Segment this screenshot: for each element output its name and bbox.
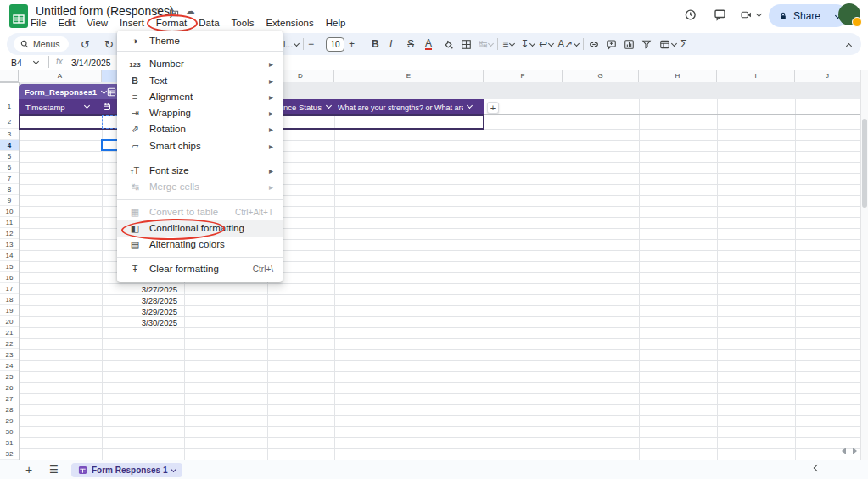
row-header-25[interactable]: 25 [0,371,19,382]
table-views-icon[interactable] [659,39,676,50]
borders-icon[interactable] [461,39,474,50]
row-header-5[interactable]: 5 [0,151,19,162]
cell-B18[interactable]: 3/28/2025 [102,296,177,305]
cell-B19[interactable]: 3/29/2025 [102,307,177,316]
row-header-19[interactable]: 19 [0,305,19,316]
search-menus-button[interactable]: Menus [14,36,69,52]
row-header-29[interactable]: 29 [0,415,19,426]
text-color-icon[interactable]: A [425,39,439,50]
strikethrough-icon[interactable]: S [407,39,421,49]
italic-icon[interactable]: I [389,39,403,49]
menubar-item-tools[interactable]: Tools [226,16,260,30]
row-header-26[interactable]: 26 [0,382,19,393]
row-header-27[interactable]: 27 [0,393,19,404]
add-sheet-button[interactable]: + [25,464,32,476]
row-header-17[interactable]: 17 [0,283,19,294]
row-header-1[interactable]: 1 [0,99,19,114]
name-box-dropdown-icon[interactable] [33,58,39,64]
menu-item-rotation[interactable]: ⇗Rotation▸ [117,121,283,137]
menubar-item-extensions[interactable]: Extensions [260,16,319,30]
text-rotation-icon[interactable]: A↗ [557,39,579,49]
row-header-32[interactable]: 32 [0,448,19,460]
row-header-24[interactable]: 24 [0,360,19,371]
vertical-scrollbar-thumb[interactable] [862,119,867,208]
scroll-tabs-left-icon[interactable] [814,465,820,471]
column-header-G[interactable]: G [563,70,639,82]
column-header-strengths-question[interactable]: What are your strengths? or What are you… [338,103,463,112]
menu-item-convert-to-table[interactable]: ▦Convert to tableCtrl+Alt+T [117,204,283,220]
menubar-item-insert[interactable]: Insert [114,16,150,30]
filter-icon[interactable] [641,39,655,49]
row-header-16[interactable]: 16 [0,272,19,283]
insert-chart-icon[interactable] [624,39,637,50]
insert-link-icon[interactable] [588,39,602,50]
bold-icon[interactable]: B [372,39,385,49]
column-header-J[interactable]: J [795,70,860,82]
row-header-23[interactable]: 23 [0,349,19,360]
horizontal-align-icon[interactable]: ≡ [502,39,516,49]
menu-item-clear-formatting[interactable]: ŦClear formattingCtrl+\ [117,261,283,277]
row-header-22[interactable]: 22 [0,338,19,349]
menubar-item-help[interactable]: Help [320,16,352,30]
version-history-icon[interactable] [684,8,697,21]
formula-bar-value[interactable]: 3/14/2025 [71,58,111,68]
row-header-31[interactable]: 31 [0,437,19,448]
row-header-3[interactable]: 3 [0,129,19,140]
menu-item-merge-cells[interactable]: ↹Merge cells▸ [117,179,283,195]
cell-B17[interactable]: 3/27/2025 [102,285,177,294]
video-call-dropdown-icon[interactable] [756,11,762,17]
row-header-4[interactable]: 4 [0,140,19,151]
table-name-chip[interactable]: Form_Responses1 [19,84,120,99]
all-sheets-button[interactable]: ☰ [49,465,59,475]
decrease-font-size-icon[interactable]: − [308,39,322,49]
menubar-item-format[interactable]: Format [150,16,193,30]
collapse-toolbar-icon[interactable] [846,43,852,49]
menu-item-font-size[interactable]: тTFont size▸ [117,163,283,179]
column-header-timestamp[interactable]: Timestamp [25,103,85,112]
functions-icon[interactable]: Σ [680,39,694,49]
table-menu-dropdown-icon[interactable] [101,87,107,93]
menu-item-text[interactable]: BText▸ [117,73,283,89]
row-header-15[interactable]: 15 [0,261,19,272]
menu-item-conditional-formatting[interactable]: ◧Conditional formatting [117,220,283,237]
column-header-F[interactable]: F [484,70,563,82]
row-header-21[interactable]: 21 [0,327,19,338]
row-header-2[interactable]: 2 [0,114,19,129]
row-header-12[interactable]: 12 [0,228,19,239]
column-header-I[interactable]: I [717,70,795,82]
hscroll-right-arrow[interactable] [853,448,857,454]
row-header-18[interactable]: 18 [0,294,19,305]
menubar-item-edit[interactable]: Edit [53,16,81,30]
insert-comment-icon[interactable] [606,39,619,50]
row-header-30[interactable]: 30 [0,426,19,437]
font-family-selector[interactable]: l... [283,40,299,49]
menu-item-alternating-colors[interactable]: ▤Alternating colors [117,237,283,253]
cell-B20[interactable]: 3/30/2025 [102,318,177,327]
undo-icon[interactable]: ↺ [79,39,92,50]
add-column-button[interactable]: + [487,102,499,114]
text-wrap-icon[interactable]: ↩ [539,39,553,49]
row-header-10[interactable]: 10 [0,206,19,217]
row-header-20[interactable]: 20 [0,316,19,327]
column-header-A[interactable]: A [19,70,102,82]
column-header-attendance-status[interactable]: nce Status [283,103,324,112]
share-button[interactable]: Share [769,4,848,27]
row-header-9[interactable]: 9 [0,195,19,206]
row-header-28[interactable]: 28 [0,404,19,415]
row-header-8[interactable]: 8 [0,184,19,195]
vertical-align-icon[interactable]: ↧ [520,39,535,49]
menubar-item-view[interactable]: View [81,16,114,30]
row-header-14[interactable]: 14 [0,250,19,261]
font-size-input[interactable]: 10 [326,37,344,52]
row-header-6[interactable]: 6 [0,162,19,173]
menu-item-theme[interactable]: ◑Theme [117,32,283,48]
column-header-E[interactable]: E [334,70,484,82]
row-header-13[interactable]: 13 [0,239,19,250]
video-call-icon[interactable] [740,9,753,20]
select-all-corner[interactable] [0,70,19,82]
name-box[interactable]: B4 [11,58,22,68]
comments-icon[interactable] [714,8,726,21]
fill-color-icon[interactable] [443,39,456,50]
hscroll-left-arrow[interactable] [842,448,846,454]
menu-item-smart-chips[interactable]: ▱Smart chips▸ [117,138,283,154]
